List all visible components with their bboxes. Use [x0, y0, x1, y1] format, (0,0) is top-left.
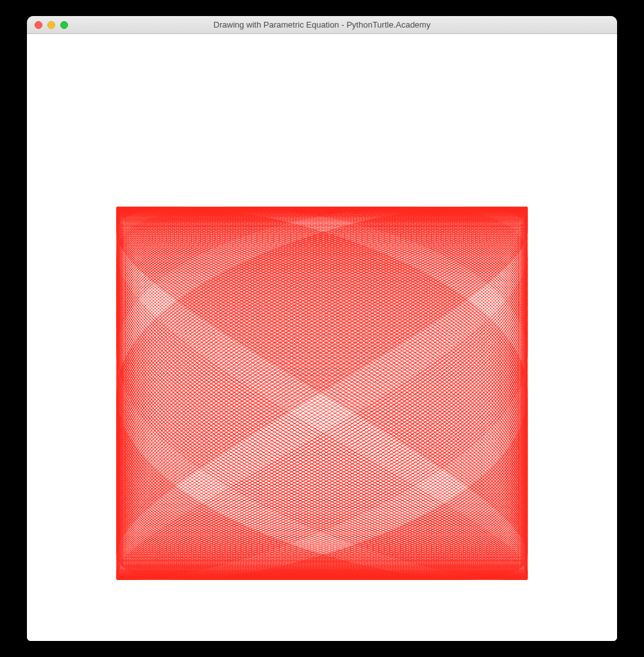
turtle-canvas: [27, 34, 617, 641]
minimize-button[interactable]: [47, 21, 55, 29]
window-title: Drawing with Parametric Equation - Pytho…: [27, 20, 617, 30]
zoom-button[interactable]: [60, 21, 68, 29]
traffic-lights: [27, 21, 68, 29]
close-button[interactable]: [35, 21, 42, 29]
application-window: Drawing with Parametric Equation - Pytho…: [27, 16, 617, 641]
turtle-canvas-area: [27, 34, 617, 641]
title-bar[interactable]: Drawing with Parametric Equation - Pytho…: [27, 16, 617, 34]
